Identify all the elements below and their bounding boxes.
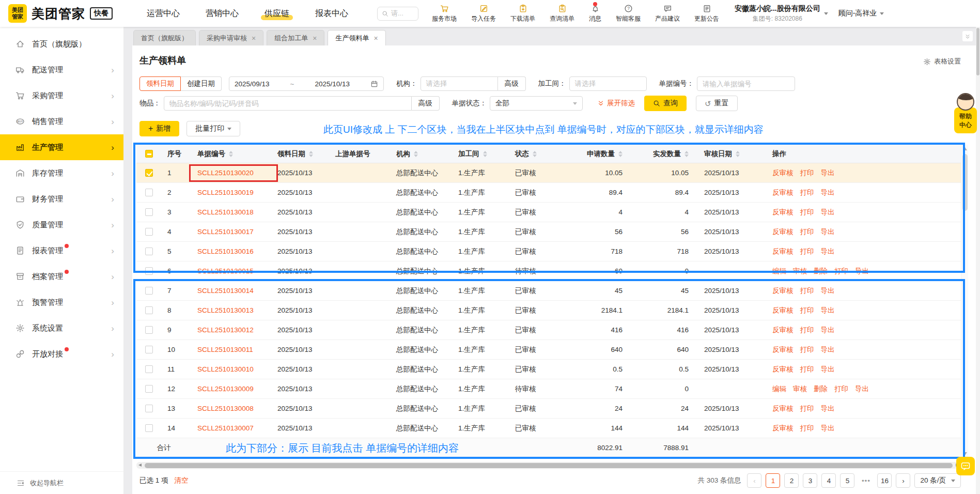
pagination-page-2[interactable]: 2 — [784, 473, 799, 488]
date-range-picker[interactable]: 2025/09/13 ~ 2025/10/13 — [229, 76, 384, 91]
operation-link[interactable]: 编辑 — [772, 267, 786, 276]
sidebar-item-2[interactable]: 配送管理› — [0, 57, 123, 83]
row-checkbox[interactable] — [145, 287, 153, 295]
row-checkbox[interactable] — [145, 267, 153, 275]
sort-desc-icon[interactable] — [618, 155, 623, 157]
operation-link[interactable]: 打印 — [834, 384, 848, 394]
batch-print-button[interactable]: 批量打印 — [186, 121, 240, 136]
row-checkbox[interactable] — [145, 208, 153, 216]
operation-link[interactable]: 打印 — [800, 168, 814, 178]
sidebar-item-1[interactable]: 首页（旗舰版） — [0, 31, 123, 57]
operation-link[interactable]: 导出 — [821, 306, 835, 315]
pagination-page-1[interactable]: 1 — [766, 473, 780, 488]
sort-asc-icon[interactable] — [685, 151, 689, 153]
bill-code-link[interactable]: SCLL2510130011 — [197, 346, 253, 353]
row-checkbox[interactable] — [145, 365, 153, 373]
operation-link[interactable]: 打印 — [800, 208, 814, 217]
sort-icons[interactable] — [309, 151, 313, 157]
sort-asc-icon[interactable] — [483, 151, 487, 153]
expand-filters-link[interactable]: 展开筛选 — [597, 99, 635, 108]
pagination-prev-button[interactable]: ‹ — [747, 473, 761, 488]
operation-link[interactable]: 反审核 — [772, 326, 794, 335]
sort-desc-icon[interactable] — [736, 155, 740, 157]
operation-link[interactable]: 导出 — [821, 365, 835, 374]
page-size-select[interactable]: 20 条/页 — [914, 473, 961, 488]
operation-link[interactable]: 编辑 — [772, 384, 786, 394]
operation-link[interactable]: 打印 — [800, 247, 814, 256]
operation-link[interactable]: 打印 — [800, 424, 814, 433]
sort-asc-icon[interactable] — [229, 151, 233, 153]
operation-link[interactable]: 删除 — [814, 384, 828, 394]
row-checkbox[interactable] — [145, 346, 153, 353]
operation-link[interactable]: 反审核 — [772, 404, 794, 413]
sidebar-item-9[interactable]: 报表管理› — [0, 238, 123, 264]
row-checkbox[interactable] — [145, 248, 153, 255]
nav-item-2[interactable]: 营销中心 — [205, 6, 240, 21]
page-scroll-thumb[interactable] — [976, 28, 979, 75]
operation-link[interactable]: 打印 — [800, 306, 814, 315]
operation-link[interactable]: 导出 — [821, 345, 835, 354]
sort-asc-icon[interactable] — [533, 151, 537, 153]
org-advanced-button[interactable]: 高级 — [498, 76, 526, 91]
tab-menu-icon[interactable] — [962, 31, 973, 41]
close-tab-icon[interactable]: × — [252, 35, 256, 42]
bill-no-input[interactable] — [697, 76, 795, 91]
operation-link[interactable]: 删除 — [814, 267, 828, 276]
bill-code-link[interactable]: SCLL2510130012 — [197, 326, 254, 334]
item-advanced-button[interactable]: 高级 — [412, 96, 440, 111]
operation-link[interactable]: 审核 — [793, 267, 807, 276]
pagination-page-3[interactable]: 3 — [803, 473, 817, 488]
bill-code-link[interactable]: SCLL2510130014 — [197, 287, 254, 295]
item-input[interactable] — [164, 96, 412, 111]
sidebar-item-13[interactable]: 开放对接› — [0, 341, 123, 367]
operation-link[interactable]: 导出 — [821, 227, 835, 237]
operation-link[interactable]: 打印 — [834, 267, 848, 276]
row-checkbox[interactable] — [145, 405, 153, 412]
tab-1[interactable]: 首页（旗舰版） — [133, 30, 196, 45]
sort-asc-icon[interactable] — [414, 151, 418, 153]
operation-link[interactable]: 导出 — [821, 168, 835, 178]
company-switcher[interactable]: 安徽蒸小皖...股份有限公司 集团号: 83202086 — [735, 4, 828, 23]
operation-link[interactable]: 导出 — [821, 326, 835, 335]
nav-item-4[interactable]: 报表中心 — [314, 6, 349, 21]
date-type-material-button[interactable]: 领料日期 — [139, 76, 181, 91]
header-tool-5[interactable]: 消息 — [589, 4, 601, 23]
operation-link[interactable]: 导出 — [821, 404, 835, 413]
query-button[interactable]: 查询 — [644, 96, 687, 111]
workshop-select[interactable]: 请选择 — [569, 76, 647, 91]
pagination-page-•••[interactable]: ••• — [859, 473, 873, 488]
row-checkbox[interactable] — [145, 169, 153, 177]
table-horizontal-scrollbar[interactable] — [136, 462, 961, 469]
close-tab-icon[interactable]: × — [313, 35, 317, 42]
sidebar-item-8[interactable]: 质量管理› — [0, 212, 123, 238]
status-select[interactable]: 全部 — [490, 96, 583, 111]
sidebar-item-7[interactable]: 财务管理› — [0, 186, 123, 212]
bill-code-link[interactable]: SCLL2510130017 — [197, 228, 254, 236]
operation-link[interactable]: 打印 — [800, 345, 814, 354]
row-checkbox[interactable] — [145, 306, 153, 314]
global-search-input[interactable]: 请... — [377, 7, 418, 21]
sort-icons[interactable] — [736, 151, 740, 157]
column-header-audit_date[interactable]: 审核日期 — [698, 149, 766, 159]
sort-icons[interactable] — [229, 151, 233, 157]
operation-link[interactable]: 打印 — [800, 286, 814, 296]
operation-link[interactable]: 反审核 — [772, 227, 794, 237]
sort-asc-icon[interactable] — [736, 151, 740, 153]
header-tool-6[interactable]: ?智能客服 — [616, 4, 641, 23]
bill-code-link[interactable]: SCLL2510130015 — [197, 267, 254, 275]
sort-desc-icon[interactable] — [533, 155, 537, 157]
row-checkbox[interactable] — [145, 228, 153, 236]
sidebar-item-5[interactable]: 生产管理› — [0, 134, 123, 160]
scroll-up-arrow-icon[interactable] — [963, 147, 967, 150]
nav-item-1[interactable]: 运营中心 — [146, 6, 181, 21]
org-select[interactable]: 请选择 — [421, 76, 498, 91]
sort-desc-icon[interactable] — [309, 155, 313, 157]
tab-4[interactable]: 生产领料单× — [328, 30, 385, 45]
column-header-workshop[interactable]: 加工间 — [452, 149, 509, 159]
operation-link[interactable]: 打印 — [800, 227, 814, 237]
sidebar-item-6[interactable]: 库存管理› — [0, 160, 123, 186]
operation-link[interactable]: 导出 — [855, 384, 869, 394]
user-menu[interactable]: 顾问-高祥业 — [838, 9, 884, 18]
sort-desc-icon[interactable] — [229, 155, 233, 157]
operation-link[interactable]: 反审核 — [772, 286, 794, 296]
